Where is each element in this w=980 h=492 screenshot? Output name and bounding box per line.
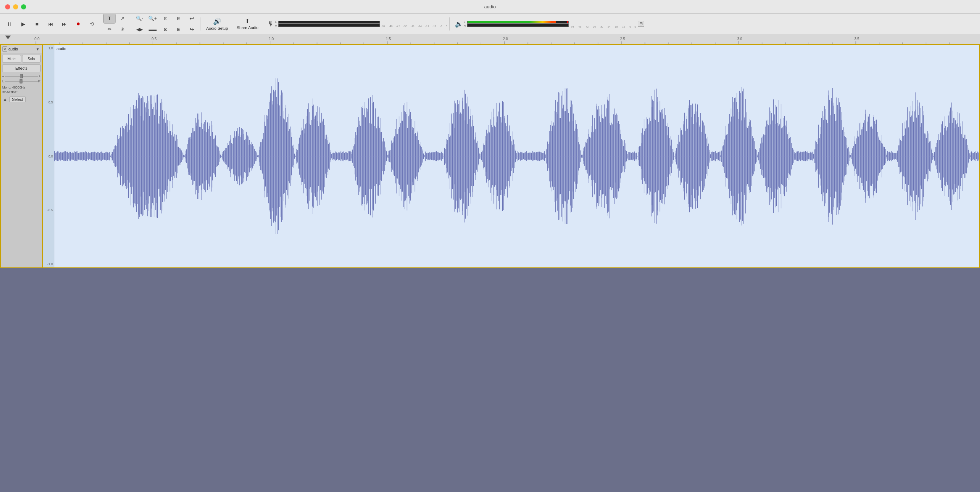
track-mute-solo: Mute Solo xyxy=(1,53,42,64)
output-clip-btn[interactable]: ⊟ xyxy=(638,21,644,27)
toolbar: ⏸ ▶ ■ ⏮ ⏭ ● ⟲ 𝐈 ✏ ↗ ✳ 🔍- ◀▶ 🔍+ ▬▬ ⊡ xyxy=(0,14,980,34)
select-button[interactable]: Select xyxy=(10,96,26,102)
amp-1-0: 1.0 xyxy=(44,46,53,50)
output-meter-bars xyxy=(467,21,569,27)
gain-minus-label: – xyxy=(2,74,4,78)
input-meter-bars xyxy=(278,21,380,27)
separator-1 xyxy=(101,18,101,30)
separator-4 xyxy=(265,18,265,30)
zoom-sel-button[interactable]: ⊠ xyxy=(159,24,172,35)
zoom-col4: ⊟ ⊞ xyxy=(172,13,185,35)
mic-icon: 🎙 xyxy=(267,20,274,27)
track-dropdown-button[interactable]: ▼ xyxy=(35,46,41,52)
zoom-group: 🔍- ◀▶ 🔍+ ▬▬ ⊡ ⊠ ⊟ ⊞ ↩ ↪ xyxy=(134,13,198,35)
speaker-icon: 🔈 xyxy=(455,20,463,28)
pause-button[interactable]: ⏸ xyxy=(3,18,16,30)
gain-control: – + xyxy=(1,73,42,79)
undo-redo-group: ↩ ↪ xyxy=(186,13,198,35)
skip-back-button[interactable]: ⏮ xyxy=(44,18,57,30)
transport-group: ⏸ ▶ ■ ⏮ ⏭ ● ⟲ xyxy=(3,18,99,30)
pan-r-label: R xyxy=(38,80,41,83)
output-meter-l xyxy=(467,21,569,24)
record-button[interactable]: ● xyxy=(72,18,85,30)
track-name: audio xyxy=(8,47,34,51)
output-meter-r xyxy=(467,24,569,27)
time-ruler xyxy=(0,34,980,44)
input-meter-l xyxy=(278,21,380,24)
undo-button[interactable]: ↩ xyxy=(186,13,198,24)
input-meter-r xyxy=(278,24,380,27)
pan-slider[interactable] xyxy=(5,81,37,82)
tools-col1: 𝐈 ✏ xyxy=(103,13,116,35)
audio-setup-icon: 🔊 xyxy=(213,18,221,26)
pan-l-label: L xyxy=(2,80,4,83)
envelope-tool-button[interactable]: ↗ xyxy=(116,13,129,24)
pan-slider-thumb xyxy=(19,79,22,83)
input-meter-section: 🎙 LR -54-48-42-36-30-24-18-12-60 xyxy=(267,20,447,27)
amp-neg-0-5: -0.5 xyxy=(44,208,53,212)
silence-tool-button[interactable]: ▬▬ xyxy=(146,24,159,35)
redo-button[interactable]: ↪ xyxy=(186,24,198,35)
share-audio-button[interactable]: ⬆ Share Audio xyxy=(232,16,263,32)
bottom-area xyxy=(0,268,980,492)
skip-forward-button[interactable]: ⏭ xyxy=(58,18,71,30)
output-meter-l-fill xyxy=(468,21,556,23)
play-button[interactable]: ▶ xyxy=(17,18,30,30)
output-clip-indicator xyxy=(567,21,568,23)
waveform-track-label: audio xyxy=(57,46,66,51)
tools-col2: ↗ ✳ xyxy=(116,13,129,35)
separator-2 xyxy=(131,18,131,30)
track-close-button[interactable]: ✕ xyxy=(2,46,7,51)
titlebar: audio xyxy=(0,0,980,14)
amp-0-0: 0.0 xyxy=(44,155,53,158)
draw-tool-button[interactable]: ✏ xyxy=(103,24,116,35)
amp-neg-1-0: -1.0 xyxy=(44,262,53,266)
gain-plus-label: + xyxy=(39,74,41,78)
close-button[interactable] xyxy=(5,4,10,10)
ruler-marks xyxy=(0,34,980,44)
zoom-col2: 🔍+ ▬▬ xyxy=(146,13,159,35)
loop-button[interactable]: ⟲ xyxy=(86,18,99,30)
titlebar-buttons xyxy=(5,4,26,10)
zoom-out-button[interactable]: 🔍- xyxy=(134,13,146,24)
zoom-col1: 🔍- ◀▶ xyxy=(134,13,146,35)
solo-button[interactable]: Solo xyxy=(22,55,41,63)
input-lr-label: LR xyxy=(275,20,277,27)
track-info-line1: Mono, 48000Hz xyxy=(2,85,41,90)
zoom-custom-button[interactable]: ⊞ xyxy=(172,24,185,35)
pan-control: L R xyxy=(1,79,42,84)
maximize-button[interactable] xyxy=(21,4,26,10)
output-lr-label: LR xyxy=(464,20,466,27)
gain-slider[interactable] xyxy=(5,76,38,77)
trim-tool-button[interactable]: ◀▶ xyxy=(134,24,146,35)
window-title: audio xyxy=(484,4,496,10)
mute-button[interactable]: Mute xyxy=(2,55,21,63)
separator-5 xyxy=(449,18,450,30)
track-info-line2: 32-bit float xyxy=(2,90,41,95)
waveform-canvas[interactable] xyxy=(54,45,979,267)
input-meter-scale: -54-48-42-36-30-24-18-12-60 xyxy=(382,25,447,27)
collapse-button[interactable]: ▲ xyxy=(2,96,8,102)
multi-tool-button[interactable]: ✳ xyxy=(116,24,129,35)
track-area: ✕ audio ▼ Mute Solo Effects – + L xyxy=(0,44,980,268)
separator-3 xyxy=(200,18,200,30)
stop-button[interactable]: ■ xyxy=(30,18,43,30)
output-meter-section: 🔈 LR -54-48-42-36-30-24-18-12-60 ⊟ xyxy=(455,20,644,28)
track-info: Mono, 48000Hz 32-bit float xyxy=(1,84,42,96)
zoom-fit-button[interactable]: ⊡ xyxy=(159,13,172,24)
share-audio-label: Share Audio xyxy=(237,26,258,30)
amp-scale: 1.0 0.5 0.0 -0.5 -1.0 xyxy=(43,45,54,267)
gain-slider-thumb xyxy=(20,74,23,78)
edit-tools-group: 𝐈 ✏ ↗ ✳ xyxy=(103,13,129,35)
effects-button[interactable]: Effects xyxy=(2,64,41,72)
ruler-canvas xyxy=(18,34,980,44)
track-controls: ✕ audio ▼ Mute Solo Effects – + L xyxy=(0,44,43,268)
waveform-area: 1.0 0.5 0.0 -0.5 -1.0 audio xyxy=(43,44,980,268)
audio-setup-label: Audio Setup xyxy=(206,26,228,30)
zoom-all-button[interactable]: ⊟ xyxy=(172,13,185,24)
zoom-in-button[interactable]: 🔍+ xyxy=(146,13,159,24)
main-content: ✕ audio ▼ Mute Solo Effects – + L xyxy=(0,34,980,492)
audio-setup-button[interactable]: 🔊 Audio Setup xyxy=(203,16,232,32)
select-tool-button[interactable]: 𝐈 xyxy=(103,13,116,24)
minimize-button[interactable] xyxy=(13,4,18,10)
